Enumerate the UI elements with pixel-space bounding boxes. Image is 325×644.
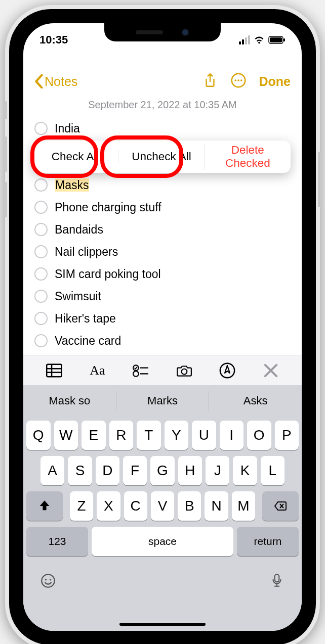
checklist-row[interactable]: Nail clippers <box>34 241 291 263</box>
text-format-button[interactable]: Aa <box>82 363 112 378</box>
key-o[interactable]: O <box>247 421 271 450</box>
svg-point-18 <box>45 579 47 580</box>
checklist-item-text[interactable]: Masks <box>55 178 89 192</box>
key-z[interactable]: Z <box>70 491 93 521</box>
key-j[interactable]: J <box>206 456 229 485</box>
iphone-frame: 10:35 Notes <box>5 5 320 644</box>
key-d[interactable]: D <box>96 456 119 485</box>
dictation-button[interactable] <box>269 573 285 590</box>
checklist-item-text[interactable]: Swimsuit <box>55 290 101 303</box>
checklist-bullet[interactable] <box>34 312 48 325</box>
key-k[interactable]: K <box>233 456 257 485</box>
ellipsis-circle-icon <box>231 73 246 88</box>
checklist-bullet[interactable] <box>34 223 48 236</box>
power-button[interactable] <box>318 152 321 207</box>
key-h[interactable]: H <box>178 456 202 485</box>
key-g[interactable]: G <box>150 456 174 485</box>
key-x[interactable]: X <box>97 491 120 521</box>
suggestion[interactable]: Mask so <box>23 394 116 407</box>
checklist-bullet[interactable] <box>34 334 48 347</box>
done-button[interactable]: Done <box>259 74 291 89</box>
key-i[interactable]: I <box>220 421 244 450</box>
checklist-row[interactable]: India <box>34 117 291 140</box>
markup-button[interactable] <box>212 362 242 379</box>
suggestion[interactable]: Marks <box>116 391 209 411</box>
backspace-icon <box>274 499 287 513</box>
key-y[interactable]: Y <box>165 421 189 450</box>
checklist-bullet[interactable] <box>34 267 48 281</box>
key-123[interactable]: 123 <box>26 527 88 556</box>
key-s[interactable]: S <box>68 456 92 485</box>
svg-point-5 <box>237 79 239 81</box>
checklist-row[interactable]: Phone charging stuff <box>34 196 291 218</box>
check-all-button[interactable]: Check All <box>32 150 118 163</box>
key-r[interactable]: R <box>109 421 134 450</box>
suggestion[interactable]: Asks <box>209 391 302 411</box>
markup-icon <box>219 362 235 379</box>
checklist-item-text[interactable]: Phone charging stuff <box>55 201 161 214</box>
checklist-row[interactable]: Masks <box>34 174 291 196</box>
key-n[interactable]: N <box>205 491 228 521</box>
key-space[interactable]: space <box>92 527 233 556</box>
checklist-row[interactable]: Vaccine card <box>34 330 291 352</box>
delete-checked-button[interactable]: Delete Checked <box>205 144 291 170</box>
key-w[interactable]: W <box>54 421 78 450</box>
svg-rect-2 <box>283 38 285 41</box>
key-return[interactable]: return <box>237 527 299 556</box>
key-e[interactable]: E <box>82 421 106 450</box>
uncheck-all-button[interactable]: Uncheck All <box>118 150 204 163</box>
key-shift[interactable] <box>26 491 63 521</box>
mute-switch[interactable] <box>4 101 7 119</box>
home-indicator[interactable] <box>119 623 206 626</box>
bezel: 10:35 Notes <box>9 9 316 644</box>
table-button[interactable] <box>39 362 69 379</box>
checklist-bullet[interactable] <box>34 245 48 258</box>
checklist-item-text[interactable]: SIM card poking tool <box>55 267 161 281</box>
checklist-item-text[interactable]: India <box>55 122 80 135</box>
close-icon <box>263 362 279 379</box>
checklist-item-text[interactable]: Vaccine card <box>55 334 121 348</box>
key-a[interactable]: A <box>40 456 64 485</box>
share-button[interactable] <box>202 73 218 90</box>
status-right <box>239 34 286 45</box>
checklist-bullet[interactable] <box>34 122 48 135</box>
checklist-bullet[interactable] <box>34 178 48 192</box>
checklist-row[interactable]: SIM card poking tool <box>34 263 291 285</box>
more-button[interactable] <box>231 73 246 90</box>
key-f[interactable]: F <box>123 456 147 485</box>
key-p[interactable]: P <box>275 421 299 450</box>
svg-rect-7 <box>47 364 62 377</box>
back-button[interactable]: Notes <box>34 74 77 89</box>
camera-button[interactable] <box>169 362 199 379</box>
note-format-toolbar: Aa <box>23 355 302 385</box>
key-l[interactable]: L <box>261 456 285 485</box>
checklist-row[interactable]: Bandaids <box>34 218 291 241</box>
close-toolbar-button[interactable] <box>256 362 286 379</box>
checklist-button[interactable] <box>126 362 156 379</box>
svg-rect-20 <box>275 574 279 582</box>
text-selection[interactable]: Masks <box>55 178 89 192</box>
volume-up-button[interactable] <box>4 136 7 172</box>
checklist-bullet[interactable] <box>34 201 48 214</box>
checklist-item-text[interactable]: Bandaids <box>55 223 103 237</box>
checklist-row[interactable]: Swimsuit <box>34 285 291 307</box>
key-backspace[interactable] <box>262 491 299 521</box>
svg-point-6 <box>240 79 242 81</box>
key-t[interactable]: T <box>137 421 161 450</box>
checklist-row[interactable]: Hiker's tape <box>34 307 291 330</box>
key-u[interactable]: U <box>192 421 216 450</box>
key-v[interactable]: V <box>151 491 174 521</box>
key-q[interactable]: Q <box>26 421 51 450</box>
svg-point-13 <box>133 371 139 377</box>
key-b[interactable]: B <box>178 491 201 521</box>
svg-point-4 <box>234 79 236 81</box>
emoji-button[interactable] <box>40 573 56 590</box>
volume-down-button[interactable] <box>4 182 7 217</box>
shift-icon <box>38 499 51 513</box>
checklist-bullet[interactable] <box>34 290 48 303</box>
key-m[interactable]: M <box>232 491 255 521</box>
checklist-item-text[interactable]: Nail clippers <box>55 245 118 259</box>
key-c[interactable]: C <box>124 491 147 521</box>
checklist-item-text[interactable]: Hiker's tape <box>55 312 116 326</box>
share-icon <box>202 73 218 88</box>
